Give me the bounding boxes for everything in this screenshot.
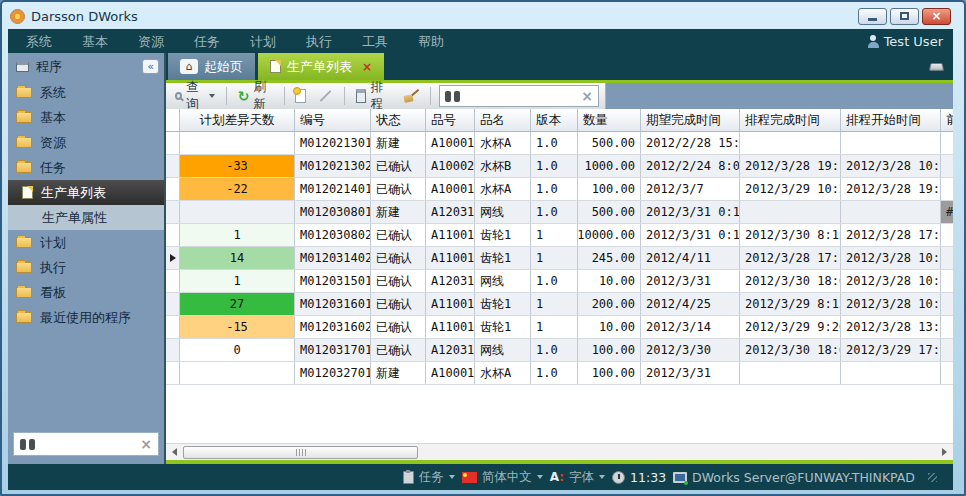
maximize-button[interactable] [890, 8, 919, 25]
cell-no[interactable]: M012031602 [295, 316, 371, 338]
cell-item_no[interactable]: A12031 [426, 270, 475, 292]
cell-sched_start[interactable]: 2012/3/28 19:10 [841, 178, 941, 200]
cell-status[interactable]: 新建 [371, 201, 426, 223]
cell-expect[interactable]: 2012/3/31 [641, 362, 740, 384]
cell-sched_end[interactable]: 2012/3/28 19:10 [740, 155, 841, 177]
sidebar-item-5[interactable]: 生产单属性 [8, 205, 164, 230]
tab-production-order-list[interactable]: 生产单列表 × [258, 53, 384, 80]
sidebar-item-6[interactable]: 计划 [8, 230, 164, 255]
cell-extra[interactable] [941, 132, 953, 154]
cell-status[interactable]: 新建 [371, 362, 426, 384]
cell-diff[interactable] [180, 132, 295, 154]
cell-extra[interactable] [941, 178, 953, 200]
cell-expect[interactable]: 2012/4/11 [641, 247, 740, 269]
cell-ver[interactable]: 1.0 [531, 270, 578, 292]
cell-qty[interactable]: 10.00 [578, 316, 641, 338]
column-header-diff[interactable]: 计划差异天数 [180, 109, 295, 131]
cell-ver[interactable]: 1 [531, 247, 578, 269]
column-header-expect[interactable]: 期望完成时间 [641, 109, 740, 131]
cell-diff[interactable]: -15 [180, 316, 295, 338]
menu-item-4[interactable]: 计划 [250, 34, 276, 49]
cell-qty[interactable]: 100.00 [578, 178, 641, 200]
sidebar-item-1[interactable]: 基本 [8, 105, 164, 130]
table-search-field[interactable]: × [439, 85, 599, 107]
cell-item_name[interactable]: 水杯A [475, 362, 531, 384]
cell-diff[interactable]: -33 [180, 155, 295, 177]
cell-item_no[interactable]: A11001 [426, 224, 475, 246]
table-row[interactable]: -33M012021302已确认A10002水杯B1.01000.002012/… [166, 155, 953, 178]
column-header-status[interactable]: 状态 [371, 109, 426, 131]
cell-expect[interactable]: 2012/3/31 0:17 [641, 224, 740, 246]
cell-sched_end[interactable]: 2012/3/29 8:15 [740, 293, 841, 315]
font-dropdown-icon[interactable] [599, 475, 605, 479]
cell-extra[interactable] [941, 293, 953, 315]
cell-item_no[interactable]: A10001 [426, 362, 475, 384]
cell-status[interactable]: 已确认 [371, 178, 426, 200]
column-header-item_no[interactable]: 品号 [426, 109, 475, 131]
cell-sched_start[interactable]: 2012/3/28 10:52 [841, 155, 941, 177]
cell-item_name[interactable]: 齿轮1 [475, 224, 531, 246]
sidebar-item-4[interactable]: 生产单列表 [8, 180, 164, 205]
row-selector-cell[interactable] [166, 316, 180, 338]
cell-ver[interactable]: 1.0 [531, 362, 578, 384]
sidebar-search-input[interactable]: × [13, 432, 159, 456]
cell-expect[interactable]: 2012/3/31 0:10 [641, 201, 740, 223]
table-row[interactable]: M012021301新建A10001水杯A1.0500.002012/2/28 … [166, 132, 953, 155]
cell-expect[interactable]: 2012/2/28 15:00 [641, 132, 740, 154]
cell-sched_end[interactable]: 2012/3/28 17:13 [740, 247, 841, 269]
sidebar-item-8[interactable]: 看板 [8, 280, 164, 305]
status-language-menu[interactable]: 简体中文 [462, 469, 543, 486]
menu-item-0[interactable]: 系统 [26, 34, 52, 49]
cell-qty[interactable]: 245.00 [578, 247, 641, 269]
cell-item_name[interactable]: 网线 [475, 270, 531, 292]
cell-item_no[interactable]: A11001 [426, 247, 475, 269]
cell-sched_end[interactable]: 2012/3/30 18:00 [740, 339, 841, 361]
cell-item_name[interactable]: 齿轮1 [475, 316, 531, 338]
cell-sched_end[interactable]: 2012/3/29 10:20 [740, 178, 841, 200]
cell-expect[interactable]: 2012/3/14 [641, 316, 740, 338]
table-row[interactable]: 1M012031501已确认A12031网线1.010.002012/3/312… [166, 270, 953, 293]
cell-sched_end[interactable]: 2012/3/29 9:20 [740, 316, 841, 338]
user-area[interactable]: Test User [868, 34, 943, 49]
cell-status[interactable]: 已确认 [371, 339, 426, 361]
cell-extra[interactable]: # [941, 201, 953, 223]
cell-status[interactable]: 已确认 [371, 155, 426, 177]
table-row[interactable]: -22M012021401已确认A10001水杯A1.0100.002012/3… [166, 178, 953, 201]
cell-status[interactable]: 已确认 [371, 316, 426, 338]
menu-item-1[interactable]: 基本 [82, 34, 108, 49]
table-row[interactable]: 1M012030802已确认A11001齿轮1110000.002012/3/3… [166, 224, 953, 247]
table-search-input[interactable] [460, 89, 581, 103]
cell-no[interactable]: M012032701 [295, 362, 371, 384]
tab-close-icon[interactable]: × [362, 61, 372, 73]
cell-sched_end[interactable] [740, 201, 841, 223]
cell-no[interactable]: M012031701 [295, 339, 371, 361]
cell-status[interactable]: 新建 [371, 132, 426, 154]
cell-diff[interactable]: 1 [180, 224, 295, 246]
cell-no[interactable]: M012030802 [295, 224, 371, 246]
cell-status[interactable]: 已确认 [371, 224, 426, 246]
cell-sched_start[interactable] [841, 132, 941, 154]
cell-item_no[interactable]: A11001 [426, 293, 475, 315]
cell-ver[interactable]: 1.0 [531, 201, 578, 223]
cell-qty[interactable]: 200.00 [578, 293, 641, 315]
scroll-left-arrow[interactable] [166, 444, 183, 460]
cell-item_no[interactable]: A11001 [426, 316, 475, 338]
menu-item-2[interactable]: 资源 [138, 34, 164, 49]
edit-button[interactable] [315, 93, 336, 99]
column-header-qty[interactable]: 数量 [578, 109, 641, 131]
sidebar-item-3[interactable]: 任务 [8, 155, 164, 180]
cell-ver[interactable]: 1.0 [531, 155, 578, 177]
minimize-button[interactable] [858, 8, 887, 25]
column-header-extra[interactable]: 前 [941, 109, 953, 131]
cell-sched_start[interactable]: 2012/3/28 10:52 [841, 247, 941, 269]
cell-expect[interactable]: 2012/4/25 [641, 293, 740, 315]
sidebar-search-clear-icon[interactable]: × [140, 437, 152, 451]
sidebar-item-2[interactable]: 资源 [8, 130, 164, 155]
cell-sched_start[interactable]: 2012/3/28 10:52 [841, 270, 941, 292]
cell-item_no[interactable]: A10001 [426, 132, 475, 154]
cell-diff[interactable]: 1 [180, 270, 295, 292]
cell-no[interactable]: M012030801 [295, 201, 371, 223]
cell-status[interactable]: 已确认 [371, 270, 426, 292]
cell-extra[interactable] [941, 339, 953, 361]
cell-item_name[interactable]: 网线 [475, 201, 531, 223]
